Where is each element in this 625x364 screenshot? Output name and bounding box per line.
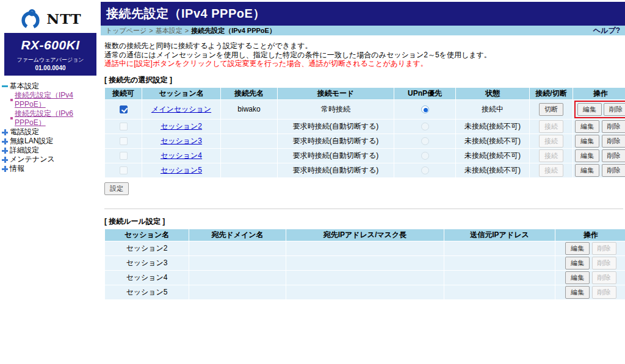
edit-button[interactable]: 編集 xyxy=(575,164,599,177)
sidebar-item-wireless-lan[interactable]: 無線LAN設定 xyxy=(2,137,101,146)
connection-selection-table: 接続可 セッション名 接続先名 接続モード UPnP優先 状態 接続/切断 操作… xyxy=(104,87,625,178)
source-ip-cell xyxy=(444,241,555,255)
dest-ip-mask-cell xyxy=(286,256,444,270)
sidebar-item-ipv4-pppoe[interactable]: 接続先設定（IPv4 PPPoE） xyxy=(2,91,101,109)
delete-button: 削除 xyxy=(592,257,616,269)
dest-domain-cell xyxy=(189,241,286,255)
col-header-session-name: セッション名 xyxy=(142,88,220,99)
help-link[interactable]: ヘルプ? xyxy=(593,26,620,36)
status-text: 未接続(接続不可) xyxy=(456,120,529,134)
connectable-checkbox xyxy=(120,137,128,145)
content: 複数の接続先と同時に接続するよう設定することができます。 通常の通信にはメインセ… xyxy=(101,35,625,300)
upnp-priority-radio xyxy=(421,166,429,174)
edit-button[interactable]: 編集 xyxy=(565,271,590,284)
edit-button[interactable]: 編集 xyxy=(577,103,602,116)
sidebar-item-phone-settings[interactable]: 電話設定 xyxy=(2,127,101,137)
upnp-priority-radio[interactable] xyxy=(421,105,429,113)
col-header-operation: 操作 xyxy=(555,229,625,241)
dest-ip-mask-cell xyxy=(286,241,444,255)
main-area: 接続先設定（IPv4 PPPoE） トップページ > 基本設定 > 接続先設定（… xyxy=(101,2,625,300)
firmware-version: 01.00.0040 xyxy=(5,65,95,71)
status-text: 未接続(接続不可) xyxy=(456,149,529,163)
breadcrumb-top-page[interactable]: トップページ xyxy=(106,26,146,35)
sidebar-link-label[interactable]: 接続先設定（IPv4 PPPoE） xyxy=(15,91,101,109)
sidebar-link-label[interactable]: 接続先設定（IPv6 PPPoE） xyxy=(15,109,101,127)
sidebar-item-ipv6-pppoe[interactable]: 接続先設定（IPv6 PPPoE） xyxy=(2,109,101,127)
connection-mode: 常時接続 xyxy=(278,100,394,119)
table-row-session3: セッション3 要求時接続(自動切断する) 未接続(接続不可) 接続 編集 削除 xyxy=(105,134,625,148)
highlight-box: 編集 削除 xyxy=(574,101,625,118)
session-name: セッション4 xyxy=(105,271,189,285)
connect-button: 接続 xyxy=(539,149,563,162)
delete-button: 削除 xyxy=(592,271,616,284)
apply-settings-button[interactable]: 設定 xyxy=(104,182,129,195)
sidebar-item-label: 情報 xyxy=(10,164,24,173)
breadcrumb: トップページ > 基本設定 > 接続先設定（IPv4 PPPoE） ヘルプ? xyxy=(101,26,625,35)
destination-name xyxy=(221,134,277,148)
connection-rule-table: セッション名 宛先ドメイン名 宛先IPアドレス/マスク長 送信元IPアドレス 操… xyxy=(104,229,625,300)
plus-icon xyxy=(2,148,8,154)
sidebar-item-basic-settings[interactable]: 基本設定 xyxy=(2,82,101,91)
intro-line-2: 通常の通信にはメインセッションを使用し、指定した特定の条件に一致した場合のみセッ… xyxy=(104,51,623,60)
delete-button[interactable]: 削除 xyxy=(604,103,625,116)
delete-button[interactable]: 削除 xyxy=(602,149,625,162)
breadcrumb-current: 接続先設定（IPv4 PPPoE） xyxy=(191,26,276,35)
session-link[interactable]: セッション3 xyxy=(161,137,202,145)
page-title: 接続先設定（IPv4 PPPoE） xyxy=(106,5,266,22)
connectable-checkbox xyxy=(120,166,128,174)
destination-name xyxy=(221,149,277,163)
rule-row-session2: セッション2 編集 削除 xyxy=(105,241,625,255)
dest-domain-cell xyxy=(189,271,286,285)
delete-button[interactable]: 削除 xyxy=(602,135,625,148)
connection-mode: 要求時接続(自動切断する) xyxy=(278,149,394,163)
bullet-icon xyxy=(10,117,13,120)
connectable-checkbox[interactable] xyxy=(120,105,128,113)
col-header-source-ip: 送信元IPアドレス xyxy=(444,229,555,241)
ntt-swirl-icon xyxy=(19,7,42,30)
sidebar-item-label: 無線LAN設定 xyxy=(10,137,53,146)
sidebar-item-label: メンテナンス xyxy=(10,155,55,164)
breadcrumb-basic-settings[interactable]: 基本設定 xyxy=(156,26,182,35)
dest-ip-mask-cell xyxy=(286,285,444,299)
table-row-session4: セッション4 要求時接続(自動切断する) 未接続(接続不可) 接続 編集 削除 xyxy=(105,149,625,163)
session-link[interactable]: セッション4 xyxy=(161,151,202,160)
connect-button: 接続 xyxy=(539,120,563,133)
status-text: 未接続(接続不可) xyxy=(456,163,529,177)
warning-text: 通話中に[設定]ボタンをクリックして設定変更を行った場合、通話が切断されることが… xyxy=(104,59,623,68)
title-band: 接続先設定（IPv4 PPPoE） xyxy=(101,2,625,26)
source-ip-cell xyxy=(444,285,555,299)
edit-button[interactable]: 編集 xyxy=(565,242,590,255)
dest-ip-mask-cell xyxy=(286,271,444,285)
session-link[interactable]: セッション5 xyxy=(161,166,202,174)
sidebar: NTT RX-600KI ファームウェアバージョン 01.00.0040 基本設… xyxy=(0,0,101,364)
edit-button[interactable]: 編集 xyxy=(565,286,590,299)
sidebar-item-information[interactable]: 情報 xyxy=(2,164,101,173)
col-header-status: 状態 xyxy=(456,88,529,99)
sidebar-item-maintenance[interactable]: メンテナンス xyxy=(2,155,101,164)
table-header-row: セッション名 宛先ドメイン名 宛先IPアドレス/マスク長 送信元IPアドレス 操… xyxy=(105,229,625,241)
upnp-priority-radio xyxy=(421,152,429,160)
upnp-priority-radio xyxy=(421,123,429,130)
destination-name xyxy=(221,120,277,134)
section-title-selection: [ 接続先の選択設定 ] xyxy=(104,75,623,85)
model-name: RX-600KI xyxy=(5,38,95,52)
connection-mode: 要求時接続(自動切断する) xyxy=(278,163,394,177)
connect-button: 接続 xyxy=(539,135,563,148)
connection-mode: 要求時接続(自動切断する) xyxy=(278,120,394,134)
edit-button[interactable]: 編集 xyxy=(575,135,599,148)
firmware-label: ファームウェアバージョン xyxy=(5,56,95,64)
sidebar-item-detail-settings[interactable]: 詳細設定 xyxy=(2,146,101,155)
disconnect-button[interactable]: 切断 xyxy=(539,103,563,116)
session-link[interactable]: セッション2 xyxy=(161,122,202,130)
edit-button[interactable]: 編集 xyxy=(575,149,599,162)
edit-button[interactable]: 編集 xyxy=(565,257,590,269)
ntt-logo-text: NTT xyxy=(46,10,81,27)
delete-button: 削除 xyxy=(592,286,616,299)
delete-button[interactable]: 削除 xyxy=(602,164,625,177)
delete-button[interactable]: 削除 xyxy=(602,120,625,133)
col-header-upnp-priority: UPnP優先 xyxy=(394,88,455,99)
breadcrumb-separator: > xyxy=(185,27,189,34)
model-box: RX-600KI ファームウェアバージョン 01.00.0040 xyxy=(4,33,96,76)
session-link[interactable]: メインセッション xyxy=(151,105,211,113)
edit-button[interactable]: 編集 xyxy=(575,120,599,133)
